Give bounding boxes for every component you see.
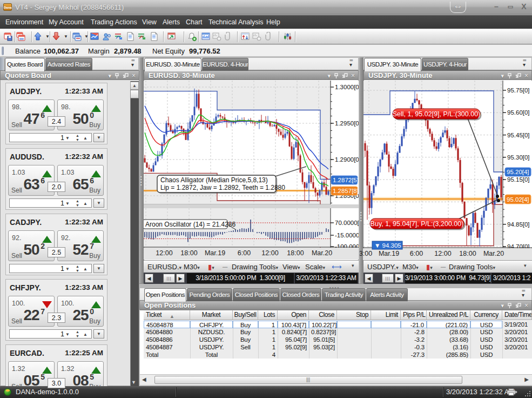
- svg-text:95.02[4]: 95.02[4]: [507, 196, 529, 203]
- svg-text:18:00: 18:00: [459, 250, 476, 257]
- svg-text:1.2900[0]: 1.2900[0]: [335, 156, 359, 163]
- svg-text:6:00: 6:00: [238, 249, 251, 257]
- svg-text:1.2857[8]: 1.2857[8]: [333, 188, 359, 194]
- svg-text:1.2872[5]: 1.2872[5]: [333, 177, 359, 183]
- svg-text:94.85[0]: 94.85[0]: [507, 221, 530, 228]
- svg-text:Aroon Oscillator (14) = 21.428: Aroon Oscillator (14) = 21.4286: [145, 221, 235, 228]
- svg-text:18:00: 18:00: [287, 249, 304, 257]
- svg-text:Mar.19: Mar.19: [205, 249, 225, 257]
- svg-text:6:00: 6:00: [410, 250, 423, 257]
- svg-text:12:00: 12:00: [156, 249, 172, 257]
- svg-text:95.75[0]: 95.75[0]: [507, 87, 530, 94]
- svg-text:1.3000[0]: 1.3000[0]: [335, 84, 359, 90]
- svg-text:Mar.19: Mar.19: [379, 250, 399, 257]
- svg-text:Lip = 1.2872, Jaw = 1.2892, Te: Lip = 1.2872, Jaw = 1.2892, Teeth = 1.28…: [160, 184, 285, 191]
- svg-text:18:00: 18:00: [180, 249, 197, 257]
- svg-text:70.0000[0: 70.0000[0: [335, 220, 359, 226]
- svg-text:Chaos Alligator (Median Price,: Chaos Alligator (Median Price,5,8,13): [160, 176, 268, 184]
- svg-text:12:00: 12:00: [261, 249, 278, 257]
- svg-text:1.2950[0]: 1.2950[0]: [335, 120, 359, 127]
- svg-text:Buy, 1, 95.04[7], P/L:(3,200.0: Buy, 1, 95.04[7], P/L:(3,200.00): [371, 220, 464, 228]
- svg-text:12:00: 12:00: [434, 250, 451, 257]
- svg-text:▼ 94.305: ▼ 94.305: [374, 242, 401, 249]
- svg-text:95.30[0]: 95.30[0]: [507, 154, 530, 161]
- svg-text:-15.0000[0: -15.0000[0: [335, 232, 359, 238]
- svg-text:3:00: 3:00: [360, 250, 372, 257]
- svg-text:95.20[4]: 95.20[4]: [507, 169, 529, 175]
- svg-text:Mar.20: Mar.20: [312, 249, 332, 257]
- svg-text:Mar.20: Mar.20: [483, 250, 504, 257]
- svg-text:95.45[0]: 95.45[0]: [507, 132, 530, 138]
- svg-text:95.15[0]: 95.15[0]: [507, 176, 530, 183]
- svg-text:95.60[0]: 95.60[0]: [507, 109, 530, 116]
- svg-text:Sell, 1, 95.02[9], P/L:(300.00: Sell, 1, 95.02[9], P/L:(300.00): [393, 110, 481, 118]
